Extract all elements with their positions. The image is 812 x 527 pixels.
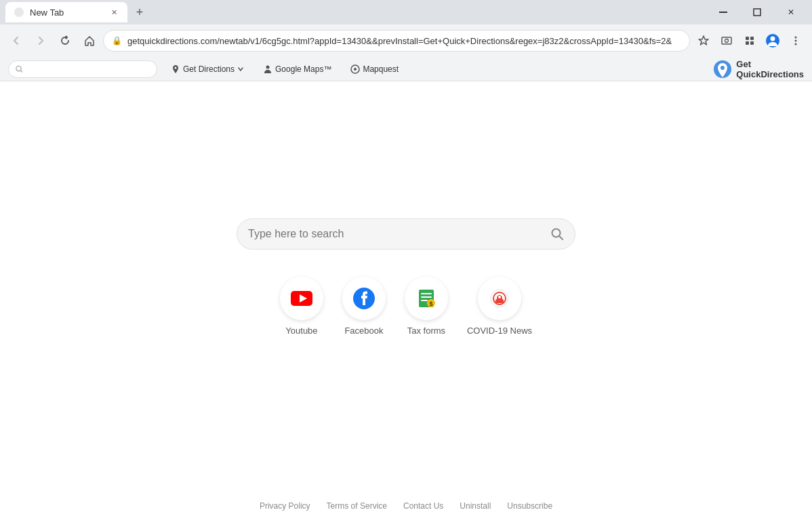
svg-text:$: $: [429, 300, 432, 307]
svg-point-10: [771, 37, 775, 41]
lock-icon: 🔒: [112, 36, 122, 45]
tab-favicon: [14, 7, 24, 18]
shortcut-covid-news[interactable]: COVID-19 News: [467, 277, 532, 336]
svg-point-16: [175, 66, 177, 69]
shortcut-tax-forms[interactable]: $ Tax forms: [405, 277, 448, 336]
shortcuts-grid: Youtube Facebook: [280, 277, 532, 336]
svg-point-13: [795, 43, 797, 45]
svg-point-12: [795, 40, 797, 42]
home-button[interactable]: [79, 30, 100, 52]
svg-point-4: [725, 39, 729, 43]
tab-title: New Tab: [30, 7, 64, 18]
covid-icon-container: [478, 277, 521, 320]
person-icon: [263, 64, 272, 74]
search-input[interactable]: [248, 228, 545, 240]
facebook-icon: [353, 288, 375, 309]
facebook-label: Facebook: [344, 326, 383, 336]
search-icon: [550, 227, 564, 241]
svg-rect-1: [719, 12, 727, 13]
svg-rect-5: [746, 37, 749, 40]
svg-point-17: [266, 65, 270, 69]
bookmark-star-button[interactable]: [693, 30, 714, 52]
tax-forms-icon-container: $: [405, 277, 448, 320]
bookmark-search-input[interactable]: [27, 64, 150, 74]
page-footer: Privacy Policy Terms of Service Contact …: [0, 501, 812, 511]
svg-rect-30: [421, 300, 428, 301]
uninstall-link[interactable]: Uninstall: [460, 501, 491, 511]
new-tab-button[interactable]: +: [130, 3, 149, 22]
svg-point-14: [16, 66, 21, 71]
forward-button[interactable]: [30, 30, 52, 52]
url-text: getquickdirections.com/newtab/v1/6cg5gc.…: [127, 36, 681, 46]
svg-point-34: [498, 296, 501, 298]
chrome-window: New Tab ✕ + ✕ 🔒 getquickdir: [0, 0, 812, 527]
close-button[interactable]: ✕: [775, 2, 807, 22]
tax-forms-label: Tax forms: [407, 326, 445, 336]
bookmark-search[interactable]: [8, 60, 157, 78]
search-bar[interactable]: [237, 218, 575, 250]
extensions-button[interactable]: [739, 30, 760, 52]
bookmark-google-maps-label: Google Maps™: [275, 64, 331, 74]
shortcut-youtube[interactable]: Youtube: [280, 277, 323, 336]
terms-of-service-link[interactable]: Terms of Service: [327, 501, 387, 511]
maximize-button[interactable]: [742, 2, 773, 22]
facebook-icon-container: [342, 277, 386, 320]
bookmark-get-directions-label: Get Directions: [183, 64, 235, 74]
svg-rect-6: [750, 37, 754, 40]
privacy-policy-link[interactable]: Privacy Policy: [260, 501, 310, 511]
svg-rect-7: [746, 41, 749, 45]
back-button[interactable]: [5, 30, 27, 52]
reload-button[interactable]: [54, 30, 76, 52]
svg-line-15: [20, 70, 22, 72]
extension-logo: Get QuickDirections: [713, 59, 804, 79]
extension-logo-text: Get QuickDirections: [736, 59, 804, 79]
svg-rect-8: [750, 41, 754, 45]
bookmark-search-icon: [16, 65, 23, 73]
location-pin-icon: [171, 64, 180, 74]
svg-rect-28: [421, 293, 432, 294]
logo-get: Get: [736, 59, 751, 69]
svg-rect-29: [421, 296, 432, 298]
bookmarks-bar: Get Directions Google Maps™ Mapquest Get…: [0, 57, 812, 81]
logo-quickdirections: QuickDirections: [736, 69, 804, 79]
svg-rect-3: [722, 37, 731, 44]
contact-us-link[interactable]: Contact Us: [403, 501, 443, 511]
bookmark-google-maps[interactable]: Google Maps™: [258, 62, 337, 77]
shortcut-facebook[interactable]: Facebook: [342, 277, 386, 336]
youtube-icon-container: [280, 277, 323, 320]
menu-button[interactable]: [785, 30, 807, 52]
svg-line-23: [559, 236, 563, 239]
dropdown-chevron-icon: [237, 66, 244, 73]
svg-point-11: [795, 37, 797, 39]
bookmark-get-directions[interactable]: Get Directions: [165, 62, 249, 77]
active-tab[interactable]: New Tab ✕: [5, 2, 127, 22]
window-controls: ✕: [708, 2, 807, 22]
bookmark-mapquest[interactable]: Mapquest: [345, 62, 404, 77]
unsubscribe-link[interactable]: Unsubscribe: [507, 501, 552, 511]
address-bar[interactable]: 🔒 getquickdirections.com/newtab/v1/6cg5g…: [103, 30, 690, 52]
nav-bar: 🔒 getquickdirections.com/newtab/v1/6cg5g…: [0, 24, 812, 57]
svg-point-0: [14, 7, 24, 17]
title-bar: New Tab ✕ + ✕: [0, 0, 812, 24]
covid-icon: [488, 287, 511, 310]
youtube-icon: [291, 291, 312, 306]
nav-right-icons: [693, 30, 807, 52]
svg-point-21: [720, 66, 725, 70]
minimize-button[interactable]: [708, 2, 739, 22]
get-quick-directions-logo-icon: [713, 60, 732, 79]
page-content: Youtube Facebook: [0, 81, 812, 527]
svg-rect-2: [754, 9, 760, 16]
covid-label: COVID-19 News: [467, 326, 532, 336]
map-icon: [350, 64, 360, 74]
svg-point-19: [354, 68, 357, 71]
profile-button[interactable]: [762, 30, 784, 52]
tax-forms-icon: $: [416, 288, 437, 309]
bookmark-mapquest-label: Mapquest: [363, 64, 399, 74]
youtube-label: Youtube: [285, 326, 317, 336]
search-container: Youtube Facebook: [237, 218, 575, 336]
tab-close-button[interactable]: ✕: [108, 7, 119, 18]
screenshot-button[interactable]: [716, 30, 737, 52]
